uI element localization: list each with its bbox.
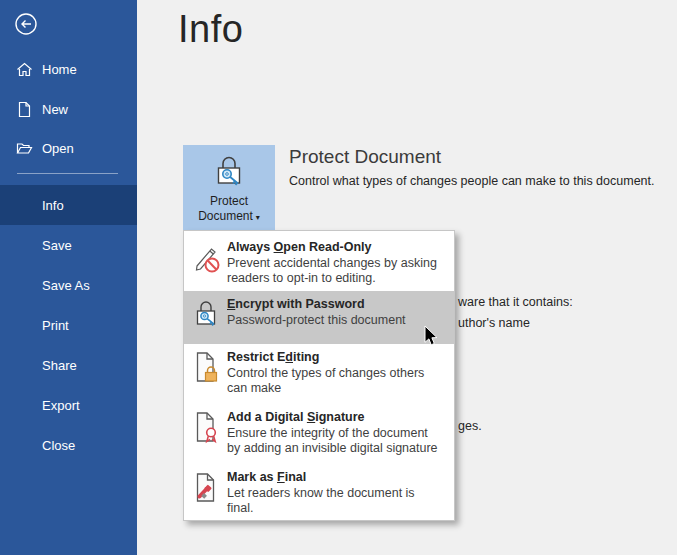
menu-item-add-digital-signature[interactable]: Add a Digital Signature Ensure the integ… [184,404,454,464]
protect-section-description: Control what types of changes people can… [289,174,655,188]
sidebar-item-label: Open [42,141,74,156]
new-document-icon [16,101,33,118]
menu-item-title: Encrypt with Password [227,296,448,313]
sidebar-divider [17,173,118,174]
sidebar-item-label: Print [42,318,69,333]
protect-button-label-line1: Protect [198,194,260,209]
back-button[interactable] [14,12,38,36]
document-marker-icon [194,471,221,504]
sidebar-item-label: Save As [42,278,90,293]
menu-item-mark-as-final[interactable]: Mark as Final Let readers know the docum… [184,464,454,520]
menu-item-title: Mark as Final [227,469,448,486]
menu-item-description: Prevent accidental changes by asking rea… [227,256,448,286]
pencil-slash-icon [194,241,221,274]
background-text-fragment: ware that it contains: [458,295,573,309]
menu-item-description: Password-protect this document [227,313,448,328]
sidebar-item-home[interactable]: Home [0,49,137,89]
lock-key-icon [212,154,246,190]
page-title: Info [178,8,243,51]
background-text-fragment: uthor's name [458,316,530,330]
sidebar-item-print[interactable]: Print [0,305,137,345]
sidebar-item-export[interactable]: Export [0,385,137,425]
menu-item-title: Restrict Editing [227,349,448,366]
protect-document-button[interactable]: Protect Document▾ [183,145,275,230]
home-icon [16,61,33,78]
backstage-sidebar: Home New Open Info Save Save As Print Sh… [0,0,137,555]
sidebar-item-label: Save [42,238,72,253]
sidebar-item-label: Share [42,358,77,373]
menu-item-encrypt-with-password[interactable]: Encrypt with Password Password-protect t… [184,291,454,344]
menu-item-title: Add a Digital Signature [227,409,448,426]
sidebar-item-label: Export [42,398,80,413]
protect-document-dropdown-menu: Always Open Read-Only Prevent accidental… [183,230,455,521]
sidebar-item-new[interactable]: New [0,89,137,129]
sidebar-item-label: Info [42,198,64,213]
protect-section-heading: Protect Document [289,146,441,168]
menu-item-restrict-editing[interactable]: Restrict Editing Control the types of ch… [184,344,454,404]
sidebar-item-open[interactable]: Open [0,128,137,168]
background-text-fragment: ges. [458,419,482,433]
open-folder-icon [16,140,33,157]
sidebar-item-save[interactable]: Save [0,225,137,265]
sidebar-item-close[interactable]: Close [0,425,137,465]
menu-item-description: Ensure the integrity of the document by … [227,426,448,456]
document-ribbon-icon [194,411,221,444]
menu-item-description: Control the types of changes others can … [227,366,448,396]
mouse-cursor [424,325,438,347]
sidebar-item-label: Close [42,438,75,453]
sidebar-item-share[interactable]: Share [0,345,137,385]
menu-item-always-open-read-only[interactable]: Always Open Read-Only Prevent accidental… [184,234,454,291]
sidebar-item-label: Home [42,62,77,77]
protect-button-label-line2: Document [198,209,253,223]
document-lock-icon [194,351,221,384]
menu-item-description: Let readers know the document is final. [227,486,448,516]
sidebar-item-save-as[interactable]: Save As [0,265,137,305]
menu-item-title: Always Open Read-Only [227,239,448,256]
lock-key-icon [194,298,221,331]
dropdown-caret-icon: ▾ [256,213,260,222]
sidebar-item-label: New [42,102,68,117]
sidebar-item-info[interactable]: Info [0,185,137,225]
back-arrow-icon [14,12,38,36]
